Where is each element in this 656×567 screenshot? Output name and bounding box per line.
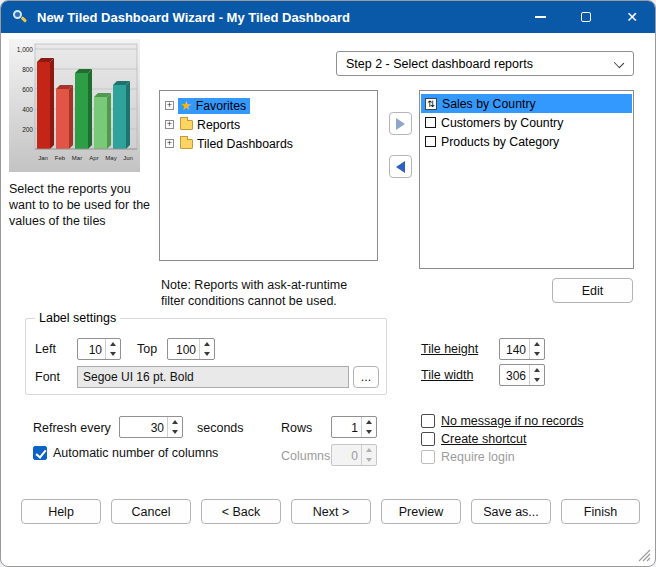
rows-value[interactable]: 1 (332, 417, 361, 437)
chart-xtick: Jun (123, 155, 133, 161)
top-label: Top (137, 342, 157, 356)
left-value[interactable]: 10 (78, 339, 105, 359)
wizard-dialog-window: New Tiled Dashboard Wizard - My Tiled Da… (0, 0, 656, 567)
chart-xtick: Jan (38, 155, 48, 161)
spinner-down-icon[interactable] (168, 427, 182, 437)
spinner-up-icon[interactable] (530, 339, 544, 349)
list-item-label: Customers by Country (441, 116, 563, 130)
checkbox-icon (421, 450, 435, 464)
expand-plus-icon[interactable]: + (165, 101, 174, 110)
chart-ytick: 600 (22, 86, 33, 93)
tile-width-spinner[interactable]: 306 (499, 364, 545, 386)
tree-item-favorites[interactable]: + ★Favorites (160, 96, 377, 115)
finish-button[interactable]: Finish (561, 499, 640, 524)
spinner-arrows (167, 417, 182, 437)
remove-report-button[interactable] (389, 155, 412, 178)
create-shortcut-label: Create shortcut (441, 432, 526, 446)
step-selector-dropdown[interactable]: Step 2 - Select dashboard reports (336, 51, 634, 76)
spinner-down-icon[interactable] (106, 349, 120, 359)
expand-plus-icon[interactable]: + (165, 120, 174, 129)
columns-label: Columns (281, 449, 330, 463)
auto-columns-label: Automatic number of columns (53, 446, 218, 460)
app-magnifier-icon (12, 9, 28, 25)
preview-button[interactable]: Preview (381, 499, 461, 524)
require-login-checkbox: Require login (421, 450, 515, 464)
tile-width-value[interactable]: 306 (500, 365, 529, 385)
arrow-left-icon (396, 161, 405, 173)
maximize-icon (581, 12, 591, 22)
tree-item-label: Tiled Dashboards (197, 137, 293, 151)
list-item-customers-by-country[interactable]: Customers by Country (421, 113, 632, 132)
close-button[interactable]: ✕ (609, 1, 655, 33)
font-field[interactable]: Segoe UI 16 pt. Bold (77, 366, 349, 388)
back-button[interactable]: < Back (201, 499, 281, 524)
require-login-label: Require login (441, 450, 515, 464)
checkbox-icon[interactable] (33, 446, 47, 460)
tree-selection: Tiled Dashboards (178, 136, 297, 152)
tree-item-reports[interactable]: + Reports (160, 115, 377, 134)
tree-item-label: Reports (197, 118, 240, 132)
refresh-spinner[interactable]: 30 (119, 416, 183, 438)
report-tree: + ★Favorites + Reports + Tiled Dashboard… (159, 90, 378, 261)
spinner-up-icon[interactable] (200, 339, 214, 349)
checkbox-icon[interactable] (421, 432, 435, 446)
titlebar[interactable]: New Tiled Dashboard Wizard - My Tiled Da… (1, 1, 655, 33)
minimize-button[interactable] (517, 1, 563, 33)
tile-height-spinner[interactable]: 140 (499, 338, 545, 360)
minimize-icon (535, 16, 546, 18)
font-browse-button[interactable]: ... (353, 366, 379, 388)
columns-value: 0 (332, 445, 361, 465)
spinner-down-icon[interactable] (362, 427, 376, 437)
spinner-down-icon[interactable] (530, 375, 544, 385)
help-button[interactable]: Help (21, 499, 101, 524)
folder-icon (180, 120, 193, 130)
expand-plus-icon[interactable]: + (165, 139, 174, 148)
spinner-arrows (361, 445, 376, 465)
left-label: Left (35, 342, 56, 356)
spinner-up-icon[interactable] (362, 417, 376, 427)
tree-selection: ★Favorites (178, 98, 250, 114)
spinner-arrows (361, 417, 376, 437)
cancel-button[interactable]: Cancel (111, 499, 191, 524)
arrow-right-icon (396, 118, 405, 130)
font-label: Font (35, 370, 60, 384)
spinner-arrows (529, 365, 544, 385)
list-item-products-by-category[interactable]: Products by Category (421, 132, 632, 151)
tree-item-label: Favorites (196, 99, 247, 113)
tree-item-tiled-dashboards[interactable]: + Tiled Dashboards (160, 134, 377, 153)
spinner-arrows (105, 339, 120, 359)
spinner-down-icon[interactable] (200, 349, 214, 359)
maximize-button[interactable] (563, 1, 609, 33)
top-spinner[interactable]: 100 (167, 338, 215, 360)
columns-spinner: 0 (331, 444, 377, 466)
no-message-checkbox[interactable]: No message if no records (421, 414, 583, 428)
spinner-up-icon[interactable] (168, 417, 182, 427)
tile-height-label: Tile height (421, 342, 478, 356)
star-icon: ★ (180, 99, 192, 112)
spinner-up-icon[interactable] (530, 365, 544, 375)
list-item-label: Products by Category (441, 135, 559, 149)
edit-button[interactable]: Edit (552, 278, 633, 303)
rows-spinner[interactable]: 1 (331, 416, 377, 438)
add-report-button[interactable] (389, 112, 412, 135)
chart-ytick: 1,000 (17, 46, 34, 53)
report-box-icon (425, 117, 436, 128)
refresh-value[interactable]: 30 (120, 417, 167, 437)
chart-thumbnail-image: 1,000 800 600 400 200 Jan Feb Mar Apr Ma… (9, 39, 140, 172)
create-shortcut-checkbox[interactable]: Create shortcut (421, 432, 526, 446)
tile-height-value[interactable]: 140 (500, 339, 529, 359)
left-spinner[interactable]: 10 (77, 338, 121, 360)
step-caption: Select the reports you want to to be use… (9, 181, 157, 229)
resize-grip[interactable] (638, 549, 651, 562)
checkbox-icon[interactable] (421, 414, 435, 428)
next-button[interactable]: Next > (291, 499, 371, 524)
top-value[interactable]: 100 (168, 339, 199, 359)
chart-xtick: Feb (55, 155, 66, 161)
spinner-down-icon[interactable] (530, 349, 544, 359)
folder-icon (180, 139, 193, 149)
spinner-up-icon[interactable] (106, 339, 120, 349)
save-as-button[interactable]: Save as... (471, 499, 551, 524)
auto-columns-checkbox[interactable]: Automatic number of columns (33, 446, 218, 460)
list-item-sales-by-country[interactable]: ⇅ Sales by Country (421, 94, 632, 113)
chart-xtick: Apr (89, 155, 98, 161)
